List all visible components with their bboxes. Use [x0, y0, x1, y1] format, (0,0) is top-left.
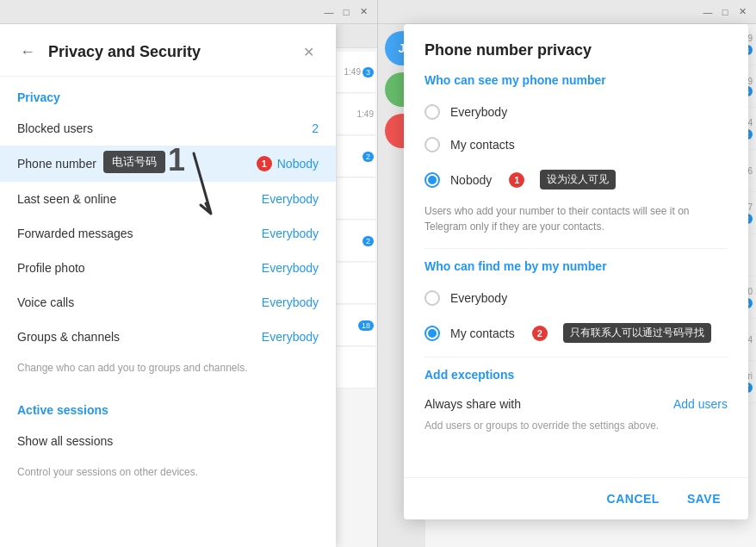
cancel-button[interactable]: CANCEL	[600, 488, 666, 509]
privacy-security-panel: ← Privacy and Security ✕ Privacy Blocked…	[0, 24, 336, 547]
panel-header: ← Privacy and Security ✕	[0, 24, 336, 77]
radio-nobody[interactable]: Nobody 1 设为没人可见	[424, 163, 728, 196]
annotation-num-1: 1	[257, 156, 272, 171]
right-titlebar: — □ ✕	[378, 0, 756, 24]
annotation-1-badge: 1	[509, 172, 524, 188]
panel-title: Privacy and Security	[48, 43, 294, 61]
maximize-btn[interactable]: □	[339, 5, 353, 19]
phone-number-row[interactable]: Phone number 1 电话号码 Nobody	[0, 146, 336, 182]
dialog-footer: CANCEL SAVE	[404, 477, 748, 519]
profile-photo-label: Profile photo	[17, 261, 262, 275]
divider-2	[424, 357, 728, 357]
sessions-hint: Control your sessions on other devices.	[0, 458, 336, 494]
forwarded-messages-value: Everybody	[262, 227, 319, 240]
dialog-header: Phone number privacy	[404, 24, 748, 73]
find-me-group: Everybody My contacts 2 只有联系人可以通过号码寻找	[424, 283, 728, 350]
left-window-body: 1:49 3 1:49 2 2 18	[0, 24, 377, 547]
section2-label: Who can find me by my number	[424, 259, 728, 273]
radio-find-everybody-circle	[424, 290, 440, 306]
blocked-users-value: 2	[312, 121, 319, 135]
dialog-body: Who can see my phone number Everybody My…	[404, 73, 748, 477]
active-sessions-label: Active sessions	[0, 389, 336, 424]
left-titlebar: — □ ✕	[0, 0, 377, 24]
phone-number-value: Nobody	[277, 157, 319, 171]
phone-number-label: Phone number	[17, 157, 257, 171]
radio-find-my-contacts[interactable]: My contacts 2 只有联系人可以通过号码寻找	[424, 316, 728, 350]
right-close-btn[interactable]: ✕	[735, 5, 749, 19]
radio-find-my-contacts-label: My contacts	[450, 326, 515, 340]
right-maximize-btn[interactable]: □	[718, 5, 732, 19]
radio-find-everybody[interactable]: Everybody	[424, 283, 728, 313]
annotation-1-text: 设为没人可见	[540, 170, 616, 190]
profile-photo-row[interactable]: Profile photo Everybody	[0, 251, 336, 285]
panel-content: Privacy Blocked users 2 Phone number 1 电…	[0, 77, 336, 547]
last-seen-value: Everybody	[262, 192, 319, 206]
add-users-button[interactable]: Add users	[673, 397, 728, 411]
profile-photo-value: Everybody	[262, 261, 319, 275]
right-window: — □ ✕ J 1:49 3 1:49 5496 1:34 2	[378, 0, 756, 547]
groups-channels-value: Everybody	[262, 330, 319, 344]
radio-my-contacts[interactable]: My contacts	[424, 130, 728, 159]
section1-label: Who can see my phone number	[424, 73, 728, 87]
add-exceptions-label: Add exceptions	[424, 368, 728, 382]
right-minimize-btn[interactable]: —	[701, 5, 715, 19]
voice-calls-value: Everybody	[262, 295, 319, 309]
groups-channels-row[interactable]: Groups & channels Everybody	[0, 320, 336, 354]
phone-visibility-group: Everybody My contacts Nobody 1 设为没人可见	[424, 97, 728, 196]
radio-nobody-label: Nobody	[450, 173, 492, 187]
always-share-label: Always share with	[424, 397, 673, 411]
annotation-2-text: 只有联系人可以通过号码寻找	[563, 323, 711, 343]
last-seen-row[interactable]: Last seen & online Everybody	[0, 182, 336, 216]
forwarded-messages-row[interactable]: Forwarded messages Everybody	[0, 216, 336, 251]
radio-everybody-circle	[424, 104, 440, 120]
always-share-row: Always share with Add users	[424, 388, 728, 420]
left-window: — □ ✕ 1:49 3 1:49 2	[0, 0, 378, 547]
annotation-2-badge: 2	[532, 326, 548, 341]
panel-close-button[interactable]: ✕	[294, 38, 322, 65]
radio-find-my-contacts-circle	[424, 326, 440, 341]
radio-everybody-label: Everybody	[450, 105, 507, 119]
show-all-sessions-label: Show all sessions	[17, 434, 319, 448]
minimize-btn[interactable]: —	[322, 5, 336, 19]
radio-nobody-circle	[424, 172, 440, 188]
last-seen-label: Last seen & online	[17, 192, 262, 206]
blocked-users-label: Blocked users	[17, 121, 312, 135]
save-button[interactable]: SAVE	[680, 488, 728, 509]
voice-calls-label: Voice calls	[17, 295, 262, 309]
radio-everybody[interactable]: Everybody	[424, 97, 728, 127]
radio-my-contacts-label: My contacts	[450, 138, 515, 152]
privacy-section-label: Privacy	[0, 77, 336, 111]
show-all-sessions-row[interactable]: Show all sessions	[0, 424, 336, 458]
forwarded-messages-label: Forwarded messages	[17, 227, 262, 240]
back-button[interactable]: ←	[14, 38, 41, 65]
privacy-hint: Change who can add you to groups and cha…	[0, 354, 336, 389]
radio-find-everybody-label: Everybody	[450, 291, 507, 305]
phone-privacy-dialog: Phone number privacy Who can see my phon…	[404, 24, 748, 519]
section1-info: Users who add your number to their conta…	[424, 203, 728, 234]
close-btn[interactable]: ✕	[356, 5, 370, 19]
divider-1	[424, 248, 728, 249]
dialog-title: Phone number privacy	[424, 41, 728, 59]
groups-channels-label: Groups & channels	[17, 330, 262, 344]
blocked-users-row[interactable]: Blocked users 2	[0, 111, 336, 146]
voice-calls-row[interactable]: Voice calls Everybody	[0, 285, 336, 320]
radio-my-contacts-circle	[424, 137, 440, 152]
exceptions-hint: Add users or groups to override the sett…	[424, 420, 728, 432]
